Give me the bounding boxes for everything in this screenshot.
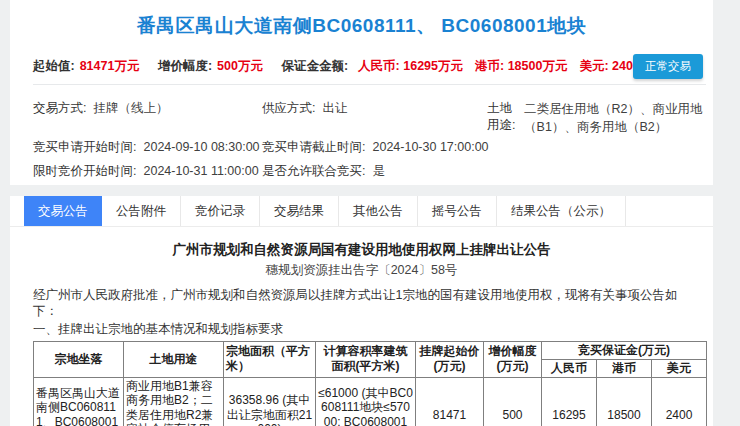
supply-mode-field: 供应方式:出让: [262, 100, 487, 117]
tab-trade-results[interactable]: 交易结果: [260, 196, 339, 226]
joint-bid-label: 是否允许联合竞买:: [262, 164, 365, 178]
tab-lottery-announcement[interactable]: 摇号公告: [418, 196, 497, 226]
tab-trade-announcement[interactable]: 交易公告: [24, 196, 102, 226]
joint-bid-field: 是否允许联合竞买:是: [262, 163, 487, 180]
cell-area: 36358.96 (其中出让宗地面积21000): [224, 377, 316, 426]
land-use-field: 土地用途:二类居住用地（R2）、商业用地（B1）、商务用地（B2）: [487, 100, 705, 136]
apply-start-value: 2024-09-10 08:30:00: [143, 140, 259, 154]
increment-metric: 增价幅度:500万元: [158, 59, 263, 73]
col-header-rmb: 人民币: [542, 359, 597, 377]
price-metrics-row: 起始值:81471万元 增价幅度:500万元 保证金金额:人民币: 16295万…: [33, 58, 665, 75]
tab-bidding-records[interactable]: 竞价记录: [181, 196, 260, 226]
header-divider: [33, 84, 706, 85]
apply-end-value: 2024-10-30 17:00:00: [372, 140, 488, 154]
col-header-hkd: 港币: [597, 359, 652, 377]
bid-start-value: 2024-10-31 11:00:00: [143, 164, 258, 178]
listing-header-card: 番禺区禺山大道南侧BC0608111、 BC0608001地块 起始值:8147…: [10, 0, 713, 185]
col-header-deposit-group: 竞买保证金(万元): [542, 341, 707, 359]
land-use-label: 土地用途:: [487, 100, 517, 136]
deposit-rmb: 人民币: 16295万元: [358, 59, 463, 73]
cell-usd: 2400: [652, 377, 707, 426]
joint-bid-value: 是: [372, 164, 385, 178]
info-row-3: 限时竞价开始时间:2024-10-31 11:00:00 是否允许联合竞买:是: [33, 163, 705, 180]
tab-other-announcements[interactable]: 其他公告: [339, 196, 418, 226]
start-price-metric: 起始值:81471万元: [33, 59, 139, 73]
increment-value: 500万元: [217, 59, 263, 73]
apply-start-field: 竞买申请开始时间:2024-09-10 08:30:00: [33, 139, 262, 156]
normal-trade-status-button[interactable]: 正常交易: [633, 54, 703, 79]
col-header-start-price: 挂牌起始价(万元): [416, 341, 484, 377]
bid-start-label: 限时竞价开始时间:: [33, 164, 136, 178]
cell-increment: 500: [484, 377, 542, 426]
announcement-card: 交易公告 公告附件 竞价记录 交易结果 其他公告 摇号公告 结果公告（公示） 广…: [10, 196, 713, 426]
apply-end-label: 竞买申请截止时间:: [262, 140, 365, 154]
tab-announcement-attachments[interactable]: 公告附件: [102, 196, 181, 226]
land-parcel-table: 宗地坐落 土地用途 宗地面积（平方米） 计算容积率建筑面积(平方米) 挂牌起始价…: [33, 341, 707, 426]
tab-bar: 交易公告 公告附件 竞价记录 交易结果 其他公告 摇号公告 结果公告（公示）: [10, 196, 713, 227]
col-header-location: 宗地坐落: [34, 341, 124, 377]
supply-mode-value: 出让: [322, 101, 347, 115]
table-header-row-1: 宗地坐落 土地用途 宗地面积（平方米） 计算容积率建筑面积(平方米) 挂牌起始价…: [34, 341, 707, 359]
trade-mode-label: 交易方式:: [33, 101, 86, 115]
start-price-value: 81471万元: [80, 59, 140, 73]
apply-end-field: 竞买申请截止时间:2024-10-30 17:00:00: [262, 139, 562, 156]
deposit-label: 保证金金额:: [281, 59, 348, 73]
land-use-value: 二类居住用地（R2）、商业用地（B1）、商务用地（B2）: [524, 100, 705, 136]
section-heading: 一、挂牌出让宗地的基本情况和规划指标要求: [33, 321, 690, 338]
info-row-1: 交易方式:挂牌（线上） 供应方式:出让 土地用途:二类居住用地（R2）、商业用地…: [33, 100, 705, 136]
apply-start-label: 竞买申请开始时间:: [33, 140, 136, 154]
cell-location: 番禺区禺山大道南侧BC0608111、BC0608001地块: [34, 377, 124, 426]
deposit-metric: 保证金金额:人民币: 16295万元港币: 18500万元美元: 2400万元: [281, 59, 664, 73]
page-title: 番禺区禺山大道南侧BC0608111、 BC0608001地块: [10, 0, 713, 39]
deposit-hkd: 港币: 18500万元: [475, 59, 567, 73]
cell-land-use: 商业用地B1兼容商务用地B2；二类居住用地R2兼容社会停车场用地S42: [124, 377, 224, 426]
cell-start-price: 81471: [416, 377, 484, 426]
cell-floor-area: ≤61000 (其中BC0608111地块≤57000; BC0608001地块…: [316, 377, 416, 426]
increment-label: 增价幅度:: [158, 59, 212, 73]
col-header-land-use: 土地用途: [124, 341, 224, 377]
col-header-increment: 增价幅度(万元): [484, 341, 542, 377]
col-header-floor-area: 计算容积率建筑面积(平方米): [316, 341, 416, 377]
col-header-area: 宗地面积（平方米）: [224, 341, 316, 377]
supply-mode-label: 供应方式:: [262, 101, 315, 115]
trade-mode-value: 挂牌（线上）: [93, 101, 168, 115]
table-row: 番禺区禺山大道南侧BC0608111、BC0608001地块 商业用地B1兼容商…: [34, 377, 707, 426]
announcement-title: 广州市规划和自然资源局国有建设用地使用权网上挂牌出让公告: [10, 241, 713, 259]
trade-mode-field: 交易方式:挂牌（线上）: [33, 100, 262, 117]
bid-start-field: 限时竞价开始时间:2024-10-31 11:00:00: [33, 163, 262, 180]
page: { "colors": { "title_blue": "#1a82d2", "…: [0, 0, 740, 426]
announcement-intro: 经广州市人民政府批准，广州市规划和自然资源局以挂牌方式出让1宗地的国有建设用地使…: [33, 287, 693, 320]
tab-result-publicity[interactable]: 结果公告（公示）: [497, 196, 626, 226]
col-header-usd: 美元: [652, 359, 707, 377]
cell-rmb: 16295: [542, 377, 597, 426]
cell-hkd: 18500: [597, 377, 652, 426]
info-row-2: 竞买申请开始时间:2024-09-10 08:30:00 竞买申请截止时间:20…: [33, 139, 705, 156]
announcement-doc-number: 穗规划资源挂出告字〔2024〕58号: [10, 262, 713, 279]
start-price-label: 起始值:: [33, 59, 75, 73]
